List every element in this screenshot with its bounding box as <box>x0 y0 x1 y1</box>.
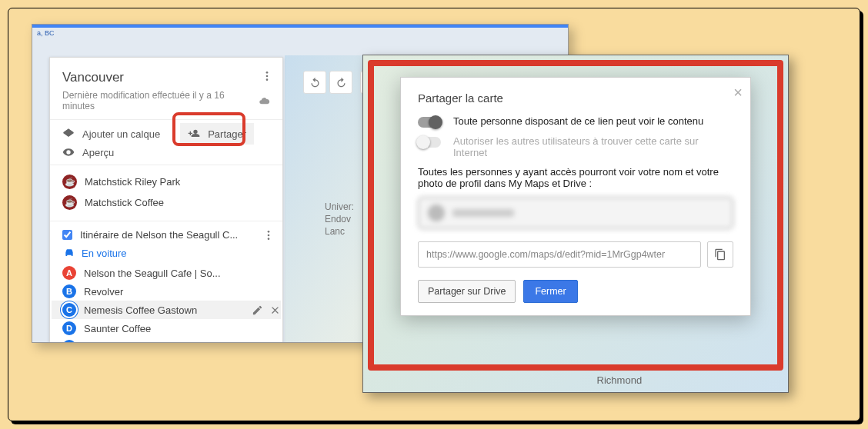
svg-point-5 <box>268 238 270 240</box>
route-stop[interactable]: C Nemesis Coffee Gastown <box>52 301 281 319</box>
mymaps-side-panel: Vancouver Dernière modification effectué… <box>49 57 283 343</box>
eye-icon <box>62 146 75 158</box>
route-stop[interactable]: E49th Parallel Café & Lucky's ... <box>62 338 270 343</box>
toggle-anyone-with-link[interactable]: Toute personne disposant de ce lien peut… <box>418 115 733 128</box>
cloud-synced-icon <box>259 95 270 107</box>
redo-button[interactable] <box>329 71 352 94</box>
stop-marker-a: A <box>62 266 76 280</box>
map-subtitle: Dernière modification effectuée il y a 1… <box>62 90 270 111</box>
route-stop[interactable]: BRevolver <box>62 282 270 301</box>
svg-point-4 <box>268 234 270 237</box>
route-visibility-checkbox[interactable] <box>62 230 72 240</box>
person-add-icon <box>188 128 200 140</box>
place-item[interactable]: Matchstick Riley Park <box>62 171 270 192</box>
layer-group: Matchstick Riley Park Matchstick Coffee <box>50 165 282 221</box>
close-icon[interactable]: × <box>733 84 743 101</box>
map-label-endowment: Endov <box>325 214 351 224</box>
travel-mode[interactable]: En voiture <box>63 247 270 259</box>
toggle-switch[interactable] <box>418 117 441 128</box>
share-link-input[interactable] <box>418 241 701 268</box>
privacy-note: Toutes les personnes y ayant accès pourr… <box>418 166 733 189</box>
profile-preview <box>418 197 733 229</box>
route-layer: Itinéraire de Nelson the Seagull C... En… <box>50 221 282 343</box>
map-label-lands: Lanc <box>325 226 345 237</box>
copy-icon <box>714 248 726 261</box>
share-on-drive-button[interactable]: Partager sur Drive <box>418 280 516 303</box>
close-button[interactable]: Fermer <box>523 280 577 303</box>
map-corner-label: a, BC <box>37 29 55 37</box>
map-label-university: Univer: <box>325 201 354 212</box>
svg-point-0 <box>266 72 269 74</box>
remove-icon[interactable] <box>269 304 281 316</box>
preview-button[interactable]: Aperçu <box>62 146 270 158</box>
undo-button[interactable] <box>303 71 326 94</box>
share-button[interactable]: Partager <box>180 123 254 145</box>
add-layer-button[interactable]: Ajouter un calque <box>62 128 160 140</box>
route-menu-button[interactable] <box>262 229 275 244</box>
svg-point-1 <box>266 75 269 78</box>
route-title[interactable]: Itinéraire de Nelson the Seagull C... <box>80 229 238 241</box>
stop-marker-b: B <box>62 284 76 298</box>
edit-icon[interactable] <box>252 304 263 316</box>
svg-point-3 <box>268 231 270 233</box>
svg-point-2 <box>266 78 269 81</box>
map-city-label: Richmond <box>597 374 643 386</box>
car-icon <box>63 247 75 259</box>
place-item[interactable]: Matchstick Coffee <box>62 192 270 213</box>
map-title[interactable]: Vancouver <box>62 70 270 85</box>
route-stop[interactable]: ANelson the Seagull Cafe | So... <box>62 264 270 282</box>
toggle-switch[interactable] <box>418 137 441 148</box>
avatar <box>428 205 445 221</box>
share-dialog-window: Richmond × Partager la carte Toute perso… <box>362 55 789 393</box>
layers-icon <box>62 128 75 140</box>
copy-link-button[interactable] <box>707 241 733 268</box>
stop-marker-e: E <box>62 340 76 343</box>
stop-marker-d: D <box>62 321 76 335</box>
coffee-icon <box>62 175 77 189</box>
dialog-title: Partager la carte <box>418 91 733 105</box>
window-titlebar <box>32 25 568 28</box>
panel-menu-button[interactable] <box>261 70 273 85</box>
route-stop[interactable]: DSaunter Coffee <box>62 319 270 338</box>
coffee-icon <box>62 195 77 210</box>
toggle-public-search[interactable]: Autoriser les autres utilisateurs à trou… <box>418 135 733 158</box>
share-map-dialog: × Partager la carte Toute personne dispo… <box>400 77 751 316</box>
stop-marker-c: C <box>62 303 76 317</box>
